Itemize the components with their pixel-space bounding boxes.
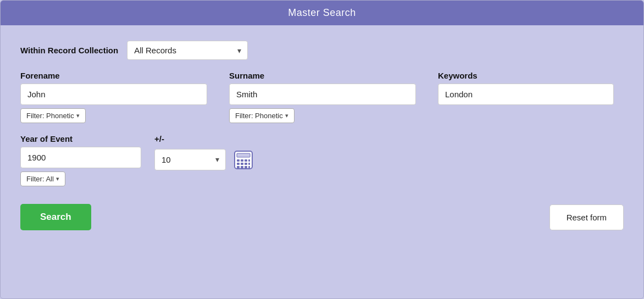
plusminus-group: +/- 1 2 5 10 15 20 25 50 [154,134,256,172]
keywords-input[interactable] [438,84,614,105]
year-input[interactable] [20,147,141,168]
year-group: Year of Event Filter: All [20,134,141,186]
svg-rect-8 [245,163,247,165]
surname-input[interactable] [229,84,416,105]
svg-rect-7 [241,163,243,165]
collection-label: Within Record Collection [20,46,118,55]
plusminus-label: +/- [154,134,256,143]
forename-filter-button[interactable]: Filter: Phonetic [20,108,86,123]
forename-group: Forename Filter: Phonetic [20,71,207,123]
year-row: Year of Event Filter: All +/- 1 2 5 10 1… [20,134,624,186]
calculator-icon[interactable] [231,148,256,172]
surname-group: Surname Filter: Phonetic [229,71,416,123]
master-search-window: Master Search Within Record Collection A… [0,0,644,299]
svg-rect-12 [245,166,247,168]
svg-rect-3 [241,159,243,162]
svg-rect-6 [237,163,240,165]
forename-label: Forename [20,71,207,80]
content-area: Within Record Collection All Records Bir… [1,25,643,298]
title-bar: Master Search [1,1,643,25]
surname-label: Surname [229,71,416,80]
reset-button[interactable]: Reset form [549,204,624,230]
actions-row: Search Reset form [20,204,624,230]
keywords-group: Keywords [438,71,614,105]
svg-rect-4 [245,159,247,162]
svg-rect-9 [248,163,250,165]
plusminus-select-wrapper: 1 2 5 10 15 20 25 50 [154,149,226,170]
svg-rect-13 [248,166,250,168]
year-label: Year of Event [20,134,141,143]
svg-rect-11 [241,166,243,168]
plusminus-select[interactable]: 1 2 5 10 15 20 25 50 [154,149,226,170]
collection-row: Within Record Collection All Records Bir… [20,41,624,60]
year-filter-button[interactable]: Filter: All [20,171,65,186]
surname-filter-button[interactable]: Filter: Phonetic [229,108,295,123]
svg-rect-1 [237,153,250,157]
collection-select-wrapper: All Records Birth Records Marriage Recor… [127,41,248,60]
forename-input[interactable] [20,84,207,105]
keywords-label: Keywords [438,71,614,80]
title-text: Master Search [288,7,356,18]
svg-rect-10 [237,166,240,168]
collection-select[interactable]: All Records Birth Records Marriage Recor… [127,41,248,60]
svg-rect-2 [237,159,240,162]
search-button[interactable]: Search [20,204,91,230]
name-fields-row: Forename Filter: Phonetic Surname Filter… [20,71,624,123]
svg-rect-5 [248,159,250,162]
